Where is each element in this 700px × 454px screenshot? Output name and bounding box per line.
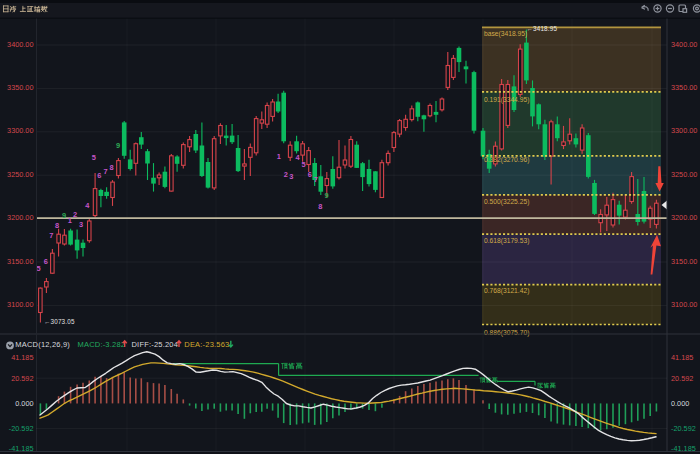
svg-text:5: 5 bbox=[37, 264, 41, 273]
svg-text:3350.00: 3350.00 bbox=[7, 83, 33, 92]
svg-text:-20.592: -20.592 bbox=[9, 424, 34, 433]
svg-text:3400.00: 3400.00 bbox=[7, 40, 33, 49]
svg-text:2: 2 bbox=[284, 170, 288, 179]
svg-text:3250.00: 3250.00 bbox=[671, 170, 697, 179]
svg-text:0.886(3075.70): 0.886(3075.70) bbox=[484, 329, 529, 337]
svg-text:0.191(3344.95): 0.191(3344.95) bbox=[484, 96, 529, 104]
svg-text:3300.00: 3300.00 bbox=[7, 126, 33, 135]
svg-text:0.000: 0.000 bbox=[15, 399, 33, 408]
svg-text:8: 8 bbox=[110, 163, 114, 172]
svg-text:3150.00: 3150.00 bbox=[671, 257, 697, 266]
svg-text:0.500(3225.25): 0.500(3225.25) bbox=[484, 198, 529, 206]
svg-text:3: 3 bbox=[289, 172, 293, 181]
svg-text:3150.00: 3150.00 bbox=[7, 257, 33, 266]
svg-text:←3073.05: ←3073.05 bbox=[44, 318, 75, 325]
svg-text:MACD(12,26,9): MACD(12,26,9) bbox=[15, 340, 70, 349]
svg-text:7: 7 bbox=[104, 167, 108, 176]
svg-text:8: 8 bbox=[318, 202, 322, 211]
svg-text:1: 1 bbox=[277, 152, 281, 161]
svg-text:6: 6 bbox=[44, 257, 48, 266]
svg-text:3250.00: 3250.00 bbox=[7, 170, 33, 179]
svg-text:20.592: 20.592 bbox=[11, 374, 33, 383]
svg-text:3100.00: 3100.00 bbox=[7, 300, 33, 309]
svg-text:3: 3 bbox=[79, 220, 83, 229]
svg-text:1: 1 bbox=[68, 216, 72, 225]
svg-text:20.592: 20.592 bbox=[671, 374, 693, 383]
svg-text:3200.00: 3200.00 bbox=[7, 213, 33, 222]
svg-text:DIFF:-25.204: DIFF:-25.204 bbox=[132, 340, 179, 349]
svg-text:3350.00: 3350.00 bbox=[671, 83, 697, 92]
svg-text:7: 7 bbox=[314, 175, 318, 184]
svg-text:3100.00: 3100.00 bbox=[671, 300, 697, 309]
svg-text:5: 5 bbox=[301, 160, 305, 169]
svg-text:base(3418.95): base(3418.95) bbox=[484, 30, 527, 38]
svg-text:0.382(3270.96): 0.382(3270.96) bbox=[484, 156, 529, 164]
svg-text:-20.592: -20.592 bbox=[671, 424, 696, 433]
svg-text:3400.00: 3400.00 bbox=[671, 40, 697, 49]
svg-text:0.768(3121.42): 0.768(3121.42) bbox=[484, 287, 529, 295]
svg-text:0.000: 0.000 bbox=[671, 399, 689, 408]
svg-text:3300.00: 3300.00 bbox=[671, 126, 697, 135]
svg-text:6: 6 bbox=[308, 170, 312, 179]
svg-text:7: 7 bbox=[49, 231, 53, 240]
svg-text:9: 9 bbox=[116, 141, 120, 150]
svg-text:5: 5 bbox=[92, 153, 96, 162]
svg-text:←3418.95: ←3418.95 bbox=[527, 25, 558, 32]
svg-text:MACD:-3.282: MACD:-3.282 bbox=[78, 340, 126, 349]
svg-text:8: 8 bbox=[55, 221, 59, 230]
svg-text:41.185: 41.185 bbox=[671, 353, 693, 362]
svg-text:2: 2 bbox=[73, 210, 77, 219]
svg-text:0.618(3179.53): 0.618(3179.53) bbox=[484, 237, 529, 245]
svg-text:41.185: 41.185 bbox=[11, 353, 33, 362]
svg-text:3200.00: 3200.00 bbox=[671, 213, 697, 222]
svg-text:DEA:-23.563: DEA:-23.563 bbox=[184, 340, 229, 349]
svg-text:9: 9 bbox=[324, 191, 328, 200]
svg-text:6: 6 bbox=[97, 171, 101, 180]
svg-text:9: 9 bbox=[62, 211, 66, 220]
